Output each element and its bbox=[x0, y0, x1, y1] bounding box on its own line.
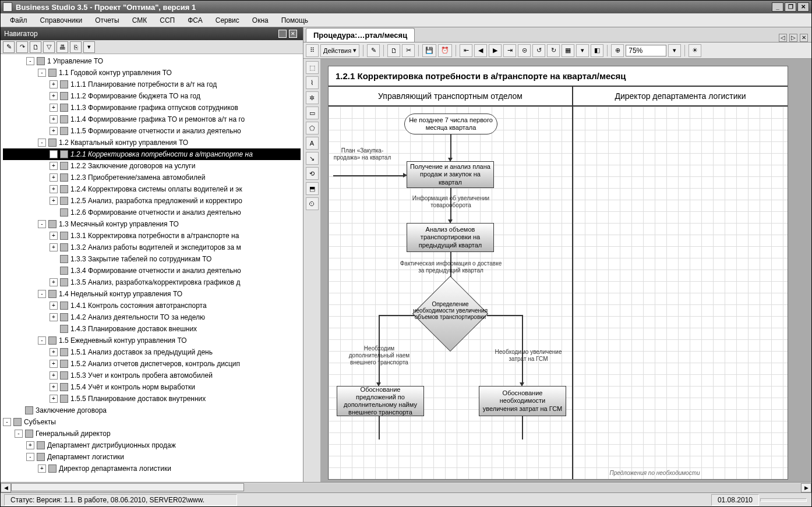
tree-expander-icon[interactable]: + bbox=[50, 127, 58, 135]
tool-panel-icon[interactable]: ◧ bbox=[591, 44, 603, 57]
diagram-scroll[interactable]: 1.2.1 Корректировка потребности в а/тран… bbox=[321, 59, 811, 482]
tree-expander-icon[interactable]: - bbox=[38, 69, 46, 77]
tool-grid-icon[interactable]: ▦ bbox=[562, 44, 574, 57]
vtool-text-icon[interactable]: A bbox=[306, 137, 319, 150]
vtool-poly-icon[interactable]: ⬠ bbox=[306, 122, 319, 134]
tab-next-icon[interactable]: ▷ bbox=[789, 34, 797, 42]
tree-item[interactable]: +Департамент дистрибуционных продаж bbox=[3, 439, 301, 451]
tree-expander-icon[interactable]: + bbox=[50, 371, 58, 380]
tree-expander-icon[interactable]: + bbox=[50, 150, 58, 158]
tree-expander-icon[interactable]: - bbox=[3, 418, 11, 426]
close-button[interactable]: ✕ bbox=[797, 2, 809, 12]
tree-item[interactable]: +1.4.1 Контроль состояния автотранспорта bbox=[3, 300, 301, 311]
tree-expander-icon[interactable]: + bbox=[50, 104, 58, 112]
vtool-select-icon[interactable]: ⬚ bbox=[306, 61, 319, 74]
tree-expander-icon[interactable]: + bbox=[50, 115, 58, 123]
step-1[interactable]: Получение и анализ плана продаж и закупо… bbox=[407, 161, 494, 188]
vtool-node-icon[interactable]: ✲ bbox=[306, 91, 319, 104]
tree-item[interactable]: +1.5.2 Анализ отчетов диспетчеров, контр… bbox=[3, 358, 301, 370]
tree-expander-icon[interactable]: + bbox=[50, 232, 58, 240]
menu-fsa[interactable]: ФСА bbox=[182, 15, 209, 26]
tree-item[interactable]: +1.5.5 Планирование доставок внутренних bbox=[3, 393, 301, 405]
tree-item[interactable]: -Департамент логистики bbox=[3, 451, 301, 463]
actions-button[interactable]: Действия ▾ bbox=[320, 44, 359, 57]
tool-alarm-icon[interactable]: ⏰ bbox=[438, 44, 452, 57]
tool-redo-icon[interactable]: ↻ bbox=[547, 44, 560, 57]
nav-tool-print-icon[interactable]: 🖶 bbox=[57, 41, 68, 53]
tool-undo-icon[interactable]: ↺ bbox=[532, 44, 545, 57]
tree-item[interactable]: +1.3.5 Анализ, разработка/корректировка … bbox=[3, 276, 301, 288]
tool-prev-icon[interactable]: ◀ bbox=[474, 44, 487, 57]
tree-item[interactable]: +1.1.3 Формирование графика отпусков сот… bbox=[3, 102, 301, 114]
menu-ssp[interactable]: ССП bbox=[154, 15, 181, 26]
tree-expander-icon[interactable]: - bbox=[26, 453, 34, 461]
nav-tool-filter-icon[interactable]: ▽ bbox=[43, 41, 55, 53]
hscroll-track[interactable] bbox=[11, 483, 801, 492]
tree-item[interactable]: Заключение договора bbox=[3, 405, 301, 416]
tree-expander-icon[interactable]: - bbox=[26, 57, 34, 65]
vtool-rect-icon[interactable]: ▭ bbox=[306, 107, 319, 119]
menu-service[interactable]: Сервис bbox=[210, 15, 245, 26]
tree-item[interactable]: 1.2.6 Формирование отчетности и анализ д… bbox=[3, 207, 301, 218]
tool-menu-icon[interactable]: ▾ bbox=[576, 44, 589, 57]
tree-expander-icon[interactable]: + bbox=[50, 243, 58, 251]
tree-item[interactable]: -1.1 Годовой контур управления ТО bbox=[3, 67, 301, 79]
tree-expander-icon[interactable]: + bbox=[38, 465, 46, 473]
tool-cut-icon[interactable]: ✂ bbox=[402, 44, 415, 57]
tree-item[interactable]: -Генеральный директор bbox=[3, 428, 301, 439]
step-3a[interactable]: Обоснование предложений по дополнительно… bbox=[337, 386, 424, 416]
tree-item[interactable]: +1.1.4 Формирование графика ТО и ремонто… bbox=[3, 114, 301, 125]
nav-tool-dropdown-icon[interactable]: ▾ bbox=[83, 41, 95, 53]
tree-item[interactable]: +1.2.5 Анализ, разработка предложений и … bbox=[3, 195, 301, 207]
tree-item[interactable]: -1.2 Квартальный контур управления ТО bbox=[3, 137, 301, 148]
tree-expander-icon[interactable]: - bbox=[38, 336, 46, 345]
tab-procedure[interactable]: Процедура:…ртал/месяц bbox=[306, 28, 415, 42]
menu-references[interactable]: Справочники bbox=[34, 15, 89, 26]
hscroll-right-icon[interactable]: ▶ bbox=[801, 483, 811, 492]
tree-item[interactable]: +1.2.3 Приобретение/замена автомобилей bbox=[3, 172, 301, 183]
tree-expander-icon[interactable]: + bbox=[50, 185, 58, 193]
vtool-arrow-icon[interactable]: ↘ bbox=[306, 152, 319, 165]
tree-expander-icon[interactable]: + bbox=[50, 173, 58, 182]
menu-windows[interactable]: Окна bbox=[246, 15, 274, 26]
vtool-fill-icon[interactable]: ⬒ bbox=[306, 182, 319, 195]
restore-button[interactable]: ❐ bbox=[785, 2, 796, 12]
tree-expander-icon[interactable]: + bbox=[50, 348, 58, 356]
navigator-close-icon[interactable]: ✕ bbox=[289, 30, 297, 38]
tree-item[interactable]: +1.1.1 Планирование потребности в а/т на… bbox=[3, 79, 301, 90]
hscroll-thumb[interactable] bbox=[11, 483, 244, 491]
tree-expander-icon[interactable]: + bbox=[26, 441, 34, 449]
tree-item[interactable]: +Директор департамента логистики bbox=[3, 463, 301, 474]
menu-reports[interactable]: Отчеты bbox=[89, 15, 125, 26]
tree-expander-icon[interactable]: + bbox=[50, 360, 58, 368]
tree-expander-icon[interactable]: + bbox=[50, 383, 58, 391]
tool-save-icon[interactable]: 💾 bbox=[422, 44, 436, 57]
tree-expander-icon[interactable]: + bbox=[50, 197, 58, 205]
tool-zoomdrop-icon[interactable]: ▾ bbox=[668, 44, 681, 57]
tree-expander-icon[interactable]: + bbox=[50, 278, 58, 286]
hscroll-left-icon[interactable]: ◀ bbox=[1, 483, 11, 492]
tree-expander-icon[interactable]: + bbox=[50, 162, 58, 170]
tree-expander-icon[interactable]: - bbox=[15, 430, 23, 438]
tree-item[interactable]: +1.3.2 Анализ работы водителей и экспеди… bbox=[3, 242, 301, 253]
tree-item[interactable]: +1.2.2 Заключение договоров на услуги bbox=[3, 160, 301, 172]
horizontal-scrollbar[interactable]: ◀ ▶ bbox=[1, 482, 811, 492]
vtool-timer-icon[interactable]: ⏲ bbox=[306, 197, 319, 210]
tree-item[interactable]: +1.5.1 Анализ доставок за предыдущий ден… bbox=[3, 346, 301, 358]
tree-item[interactable]: +1.1.5 Формирование отчетности и анализ … bbox=[3, 125, 301, 137]
tab-prev-icon[interactable]: ◁ bbox=[779, 34, 787, 42]
vtool-loop-icon[interactable]: ⟲ bbox=[306, 167, 319, 180]
menu-help[interactable]: Помощь bbox=[276, 15, 314, 26]
zoom-input[interactable] bbox=[626, 45, 666, 56]
tree-item[interactable]: +1.3.1 Корректировка потребности в а/тра… bbox=[3, 230, 301, 242]
tool-highlight-icon[interactable]: ☀ bbox=[689, 44, 701, 57]
pin-icon[interactable] bbox=[278, 30, 287, 38]
menu-file[interactable]: Файл bbox=[4, 15, 33, 26]
minimize-button[interactable]: _ bbox=[772, 2, 783, 12]
tree-expander-icon[interactable]: + bbox=[50, 313, 58, 321]
tree-item[interactable]: -1.4 Недельный контур управления ТО bbox=[3, 288, 301, 300]
tool-last-icon[interactable]: ⇥ bbox=[503, 44, 516, 57]
decision-node[interactable]: Определение необходимости увеличения объ… bbox=[412, 290, 488, 337]
navigator-tree[interactable]: -1 Управление ТО-1.1 Годовой контур упра… bbox=[1, 54, 303, 482]
tree-expander-icon[interactable]: + bbox=[50, 395, 58, 403]
